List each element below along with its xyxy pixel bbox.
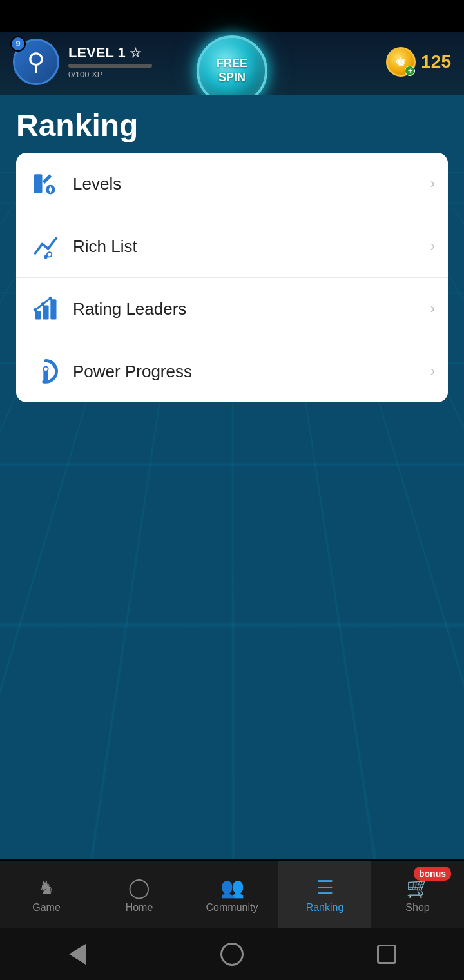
rich-list-icon	[29, 230, 63, 263]
rating-leaders-icon	[29, 292, 63, 326]
game-label: Game	[32, 902, 61, 914]
bottom-nav: ♞ Game ◯ Home 👥 Community ☰ Ranking bonu…	[0, 861, 464, 928]
level-title: LEVEL 1 ☆	[68, 44, 152, 61]
menu-item-levels[interactable]: Levels ›	[16, 153, 448, 215]
ranking-label: Ranking	[306, 902, 344, 914]
coin-icon[interactable]: ♚ +	[386, 47, 416, 77]
xp-text: 0/100 XP	[68, 70, 152, 79]
bonus-badge: bonus	[414, 867, 451, 881]
rating-leaders-label: Rating Leaders	[73, 299, 430, 319]
nav-item-home[interactable]: ◯ Home	[93, 861, 186, 928]
recent-icon	[377, 945, 396, 964]
svg-rect-0	[34, 174, 43, 193]
page-title-section: Ranking	[0, 95, 464, 153]
community-icon: 👥	[220, 876, 244, 899]
home-button-icon	[220, 943, 244, 966]
free-spin-line2: SPIN	[218, 71, 246, 84]
levels-label: Levels	[73, 174, 430, 194]
rich-list-label: Rich List	[73, 237, 430, 257]
free-spin-line1: FREE	[217, 57, 247, 70]
home-icon: ◯	[128, 876, 150, 899]
user-icon: ⚲	[27, 48, 45, 76]
svg-rect-8	[43, 306, 48, 320]
user-info: 9 ⚲ LEVEL 1 ☆ 0/100 XP	[13, 39, 152, 85]
menu-card: Levels › Rich List ›	[16, 153, 448, 402]
community-label: Community	[206, 902, 258, 914]
svg-point-15	[44, 368, 48, 371]
power-progress-icon	[29, 355, 63, 388]
svg-point-10	[34, 308, 37, 312]
currency-amount: 125	[421, 52, 451, 72]
avatar-container[interactable]: 9 ⚲	[13, 39, 59, 85]
levels-icon	[29, 167, 63, 201]
menu-item-power-progress[interactable]: Power Progress ›	[16, 340, 448, 402]
menu-item-rich-list[interactable]: Rich List ›	[16, 215, 448, 278]
levels-arrow: ›	[430, 175, 435, 192]
back-icon	[69, 944, 86, 965]
plus-badge: +	[405, 66, 415, 76]
ranking-icon: ☰	[316, 876, 334, 899]
level-info: LEVEL 1 ☆ 0/100 XP	[68, 44, 152, 79]
currency-display: ♚ + 125	[386, 47, 451, 77]
avatar-badge: 9	[10, 36, 26, 52]
shop-label: Shop	[405, 902, 429, 914]
power-progress-label: Power Progress	[73, 362, 430, 382]
svg-point-6	[44, 255, 48, 259]
android-back-button[interactable]	[58, 935, 97, 974]
game-icon: ♞	[38, 876, 55, 899]
rich-list-arrow: ›	[430, 238, 435, 255]
status-bar	[0, 0, 464, 32]
nav-item-ranking[interactable]: ☰ Ranking	[278, 861, 371, 928]
xp-bar-container: 0/100 XP	[68, 64, 152, 79]
svg-marker-1	[43, 174, 52, 184]
xp-bar-background	[68, 64, 152, 68]
svg-point-5	[48, 253, 52, 257]
level-text: LEVEL 1	[68, 44, 126, 61]
main-content: Ranking Levels ›	[0, 95, 464, 859]
power-progress-arrow: ›	[430, 363, 435, 380]
menu-item-rating-leaders[interactable]: Rating Leaders ›	[16, 278, 448, 340]
svg-point-12	[49, 297, 52, 300]
rating-leaders-arrow: ›	[430, 300, 435, 317]
nav-item-game[interactable]: ♞ Game	[0, 861, 93, 928]
svg-rect-9	[50, 299, 56, 319]
svg-rect-7	[35, 311, 41, 320]
android-recent-button[interactable]	[367, 935, 406, 974]
page-title: Ranking	[16, 108, 448, 143]
header: 9 ⚲ LEVEL 1 ☆ 0/100 XP FREE SPIN	[0, 32, 464, 95]
android-nav	[0, 928, 464, 980]
nav-item-community[interactable]: 👥 Community	[186, 861, 278, 928]
free-spin-text: FREE SPIN	[217, 57, 247, 84]
home-label: Home	[126, 902, 153, 914]
svg-point-11	[41, 302, 44, 306]
nav-item-shop[interactable]: bonus 🛒 Shop	[371, 861, 464, 928]
star-icon: ☆	[130, 45, 141, 61]
android-home-button[interactable]	[213, 935, 251, 974]
